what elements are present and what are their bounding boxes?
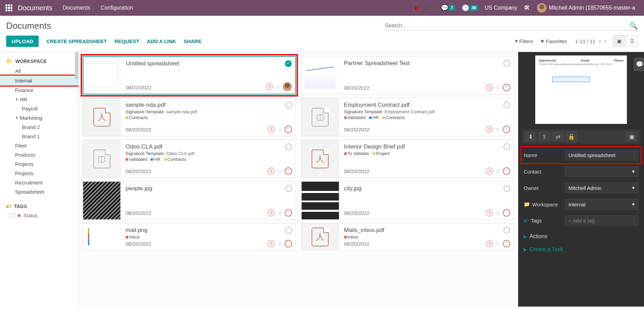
- sidebar-item-marketing[interactable]: ▼Marketing: [0, 113, 78, 123]
- company-switcher[interactable]: US Company: [485, 5, 517, 11]
- sidebar-item-all[interactable]: All: [0, 66, 78, 76]
- sidebar-item-hr[interactable]: ▼HR: [0, 95, 78, 104]
- clock-icon[interactable]: [486, 240, 493, 247]
- select-checkmark-icon[interactable]: [285, 60, 292, 67]
- sidebar-item-brand1[interactable]: Brand 1: [0, 132, 78, 141]
- smile-icon[interactable]: [503, 84, 510, 91]
- doc-card-sample-nda[interactable]: 人 sample-nda.pdf Signature Template: sam…: [83, 98, 296, 136]
- messaging-icon[interactable]: 💬7: [441, 4, 455, 12]
- doc-card-odoo-cla[interactable]: ◫ Odoo CLA.pdf Signature Template: Odoo …: [83, 140, 296, 178]
- checkbox-icon[interactable]: [10, 213, 15, 218]
- clock-icon[interactable]: [486, 126, 493, 133]
- doc-card-mail-png[interactable]: mail.png Inbox 08/20/2022 ☆: [83, 223, 296, 250]
- select-circle-icon[interactable]: [503, 60, 510, 67]
- sidebar-item-products[interactable]: Products: [0, 150, 78, 159]
- tools-icon[interactable]: 🛠: [524, 4, 530, 12]
- select-circle-icon[interactable]: [503, 143, 510, 150]
- select-circle-icon[interactable]: [285, 185, 292, 192]
- doc-card-mails-inbox-pdf[interactable]: 人 Mails_inbox.pdf Inbox 08/20/2022 ☆: [301, 223, 514, 250]
- select-circle-icon[interactable]: [285, 102, 292, 108]
- smile-icon[interactable]: [503, 167, 510, 175]
- doc-card-partner-spreadsheet[interactable]: Partner Spreadsheet Test 08/20/2022 ☆: [301, 56, 514, 94]
- select-circle-icon[interactable]: [285, 227, 292, 234]
- smile-icon[interactable]: [285, 209, 292, 217]
- app-brand[interactable]: Documents: [18, 4, 52, 12]
- share-button[interactable]: SHARE: [184, 38, 202, 44]
- doc-card-city-jpg[interactable]: city.jpg 08/20/2022 ☆: [301, 181, 514, 220]
- sidebar-item-payroll[interactable]: Payroll: [0, 104, 78, 113]
- smile-icon[interactable]: [285, 167, 292, 175]
- clock-icon[interactable]: [266, 83, 273, 90]
- search-input[interactable]: [385, 21, 627, 30]
- star-outline-icon[interactable]: ☆: [495, 167, 501, 175]
- sidebar-item-projects-1[interactable]: Projects: [0, 159, 78, 169]
- sidebar-item-brand2[interactable]: Brand 2: [0, 123, 78, 132]
- clock-icon[interactable]: [486, 167, 493, 175]
- select-circle-icon[interactable]: [285, 143, 292, 150]
- select-circle-icon[interactable]: [503, 102, 510, 108]
- workspace-select[interactable]: Internal▾: [565, 199, 639, 210]
- create-task-action[interactable]: ▶Create a Task: [522, 242, 641, 255]
- sidebar-item-fleet[interactable]: Fleet: [0, 141, 78, 150]
- smile-icon[interactable]: [503, 126, 510, 133]
- clock-icon[interactable]: [267, 167, 275, 175]
- bug-icon[interactable]: 🐞: [412, 4, 420, 12]
- star-outline-icon[interactable]: ☆: [277, 240, 282, 247]
- sidebar-item-spreadsheet[interactable]: Spreadsheet: [0, 187, 78, 196]
- kanban-view-button[interactable]: ▣: [613, 35, 625, 47]
- star-outline-icon[interactable]: ☆: [277, 126, 282, 133]
- lock-button[interactable]: 🔓: [565, 131, 578, 142]
- tags-input[interactable]: [565, 215, 639, 226]
- clock-icon[interactable]: [486, 209, 493, 217]
- doc-card-employment-contract[interactable]: ◫ Employment Contract.pdf Signature Temp…: [301, 98, 514, 136]
- clock-icon[interactable]: [267, 240, 275, 247]
- clock-icon[interactable]: [486, 84, 493, 91]
- request-button[interactable]: REQUEST: [115, 38, 140, 44]
- scrollbar-thumb[interactable]: [75, 52, 78, 79]
- sidebar-item-internal[interactable]: Internal: [0, 76, 78, 85]
- star-outline-icon[interactable]: ☆: [495, 126, 501, 133]
- list-view-button[interactable]: ☰: [626, 35, 638, 47]
- smile-icon[interactable]: [285, 126, 292, 133]
- doc-card-interior-design-brief[interactable]: 人 Interior Design Brief.pdf To Validate …: [301, 140, 514, 178]
- star-outline-icon[interactable]: ☆: [277, 209, 282, 217]
- doc-card-untitled-spreadsheet[interactable]: Untitled spreadsheet 08/22/2022 ☆: [83, 56, 296, 94]
- nav-configuration[interactable]: Configuration: [101, 5, 133, 11]
- select-circle-icon[interactable]: [503, 227, 510, 234]
- smile-icon[interactable]: [503, 240, 510, 247]
- smile-icon[interactable]: [285, 240, 292, 247]
- name-input[interactable]: [565, 150, 639, 160]
- document-preview[interactable]: OpportunityEmailPhone Product Info vauxo…: [535, 55, 627, 124]
- chatter-toggle-icon[interactable]: 💬: [634, 57, 644, 71]
- pager-prev[interactable]: ‹: [599, 38, 601, 45]
- favorites-button[interactable]: ★Favorites: [540, 38, 567, 44]
- star-outline-icon[interactable]: ☆: [495, 209, 501, 217]
- upload-button[interactable]: UPLOAD: [6, 36, 39, 47]
- search-icon[interactable]: 🔍: [629, 22, 638, 30]
- nav-documents[interactable]: Documents: [63, 5, 90, 11]
- star-outline-icon[interactable]: ☆: [495, 84, 501, 91]
- replace-button[interactable]: ⇄: [552, 131, 564, 142]
- share-button[interactable]: ⇪: [538, 131, 550, 142]
- contact-select[interactable]: ▾: [565, 166, 639, 177]
- clock-icon[interactable]: [267, 126, 275, 133]
- doc-card-people-jpg[interactable]: people.jpg 08/20/2022 ☆: [83, 181, 296, 220]
- star-outline-icon[interactable]: ☆: [495, 240, 501, 247]
- star-outline-icon[interactable]: ☆: [277, 167, 282, 175]
- sidebar-item-recruitment[interactable]: Recruitment: [0, 178, 78, 187]
- archive-button[interactable]: ▣: [626, 131, 638, 142]
- apps-grid-icon[interactable]: [5, 4, 12, 11]
- add-link-button[interactable]: ADD A LINK: [147, 38, 176, 44]
- support-icon[interactable]: 🎧: [426, 4, 434, 12]
- owner-select[interactable]: Mitchell Admin▾: [565, 182, 639, 193]
- user-menu[interactable]: Mitchell Admin (18570655-master-a: [537, 3, 635, 13]
- sidebar-item-projects-2[interactable]: Projects: [0, 169, 78, 178]
- search-bar[interactable]: 🔍: [385, 21, 638, 30]
- tag-item-status[interactable]: Status: [0, 211, 78, 220]
- create-spreadsheet-button[interactable]: CREATE SPREADSHEET: [46, 38, 107, 44]
- select-circle-icon[interactable]: [503, 185, 510, 192]
- pager-next[interactable]: ›: [604, 38, 606, 45]
- actions-section[interactable]: ▶Actions: [522, 229, 641, 242]
- activities-icon[interactable]: 🕒49: [462, 4, 478, 12]
- star-outline-icon[interactable]: ☆: [275, 83, 281, 90]
